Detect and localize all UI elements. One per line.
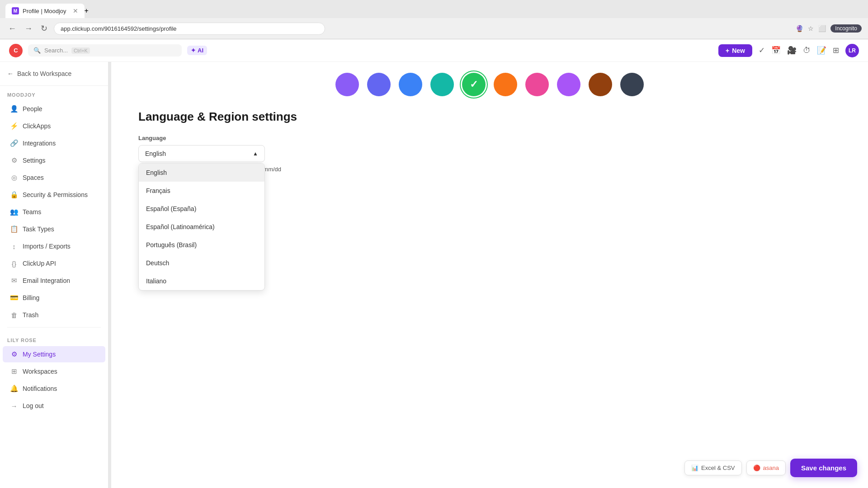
- back-nav-button[interactable]: ←: [6, 22, 18, 35]
- color-circle-purple[interactable]: [335, 73, 359, 96]
- search-bar[interactable]: 🔍 Search... Ctrl+K: [28, 44, 182, 56]
- color-circles: ✓: [138, 62, 841, 110]
- sidebar-item-spaces[interactable]: ◎ Spaces: [3, 169, 105, 186]
- bookmark-icon[interactable]: ☆: [808, 25, 814, 32]
- lang-option-italiano[interactable]: Italiano: [139, 272, 264, 290]
- sidebar-item-people[interactable]: 👤 People: [3, 101, 105, 117]
- ai-badge[interactable]: ✦ AI: [187, 46, 207, 55]
- sidebar-item-integrations[interactable]: 🔗 Integrations: [3, 135, 105, 151]
- user-section-label: LILY ROSE: [0, 331, 108, 346]
- integrations-icon: 🔗: [10, 139, 18, 147]
- language-select-box[interactable]: English ▲: [138, 145, 265, 162]
- plus-icon: +: [726, 47, 729, 54]
- back-arrow-icon: ←: [7, 70, 14, 77]
- sidebar-item-clickapps[interactable]: ⚡ ClickApps: [3, 118, 105, 134]
- main-content: ✓ Language & Region settings Language En…: [111, 62, 868, 488]
- app-body: ← Back to Workspace MOODJOY 👤 People ⚡ C…: [0, 62, 868, 488]
- clickapps-label: ClickApps: [23, 122, 51, 130]
- notifications-icon: 🔔: [10, 385, 18, 393]
- sidebar-item-workspaces[interactable]: ⊞ Workspaces: [3, 363, 105, 380]
- sidebar-item-trash[interactable]: 🗑 Trash: [3, 307, 105, 323]
- color-circle-green[interactable]: ✓: [462, 73, 486, 96]
- billing-label: Billing: [23, 294, 39, 301]
- color-circle-brown[interactable]: [589, 73, 612, 96]
- timer-icon[interactable]: ⏱: [803, 46, 811, 55]
- settings-icon: ⚙: [10, 156, 18, 164]
- search-icon: 🔍: [33, 47, 41, 54]
- lang-option-espanol-latam[interactable]: Español (Latinoamérica): [139, 218, 264, 236]
- color-circle-violet[interactable]: [557, 73, 580, 96]
- language-field-label: Language: [138, 135, 841, 141]
- grid-icon[interactable]: ⊞: [833, 46, 839, 55]
- new-button[interactable]: + New: [718, 44, 752, 57]
- asana-icon: 🔴: [753, 465, 760, 471]
- sidebar-item-billing[interactable]: 💳 Billing: [3, 290, 105, 306]
- my-settings-icon: ⚙: [10, 350, 18, 358]
- check-icon[interactable]: ✓: [759, 46, 765, 55]
- imports-icon: ↕: [10, 242, 18, 250]
- save-button-container: 📊 Excel & CSV 🔴 asana Save changes: [684, 459, 857, 477]
- address-input[interactable]: [54, 23, 325, 35]
- forward-nav-button[interactable]: →: [23, 22, 34, 35]
- people-label: People: [23, 105, 42, 113]
- address-actions: 🔮 ☆ ⬜ Incognito: [796, 24, 862, 33]
- sidebar-item-my-settings[interactable]: ⚙ My Settings: [3, 346, 105, 362]
- refresh-button[interactable]: ↻: [39, 22, 49, 35]
- lang-option-english[interactable]: English: [139, 164, 264, 182]
- task-types-icon: 📋: [10, 225, 18, 233]
- sidebar-item-imports[interactable]: ↕ Imports / Exports: [3, 238, 105, 254]
- new-tab-button[interactable]: +: [85, 7, 89, 15]
- sidebar-item-security[interactable]: 🔒 Security & Permissions: [3, 187, 105, 203]
- notepad-icon[interactable]: 📝: [817, 46, 826, 55]
- color-circle-indigo[interactable]: [367, 73, 391, 96]
- incognito-badge: Incognito: [830, 24, 862, 33]
- back-to-workspace[interactable]: ← Back to Workspace: [0, 62, 108, 86]
- language-region-section: Language & Region settings Language Engl…: [138, 110, 841, 173]
- lang-option-deutsch[interactable]: Deutsch: [139, 254, 264, 272]
- color-circle-pink[interactable]: [525, 73, 549, 96]
- billing-icon: 💳: [10, 294, 18, 302]
- spaces-icon: ◎: [10, 174, 18, 182]
- my-settings-label: My Settings: [23, 351, 56, 358]
- app-header: C 🔍 Search... Ctrl+K ✦ AI + New ✓ 📅 🎥 ⏱ …: [0, 39, 868, 62]
- workspace-section-label: MOODJOY: [0, 86, 108, 100]
- workspaces-label: Workspaces: [23, 368, 57, 375]
- task-types-label: Task Types: [23, 225, 54, 233]
- active-tab[interactable]: M Profile | Moodjoy ✕: [5, 4, 85, 18]
- sidebar-item-logout[interactable]: → Log out: [3, 398, 105, 414]
- browser-chrome: M Profile | Moodjoy ✕ + ← → ↻ 🔮 ☆ ⬜ Inco…: [0, 0, 868, 39]
- sidebar-item-api[interactable]: {} ClickUp API: [3, 255, 105, 272]
- extension-icon[interactable]: 🔮: [796, 25, 803, 32]
- save-changes-button[interactable]: Save changes: [790, 459, 857, 477]
- color-circle-blue[interactable]: [399, 73, 422, 96]
- email-icon: ✉: [10, 277, 18, 285]
- tab-favicon: M: [12, 7, 19, 14]
- tab-close-button[interactable]: ✕: [73, 7, 78, 14]
- video-icon[interactable]: 🎥: [787, 46, 797, 55]
- sidebar-item-email[interactable]: ✉ Email Integration: [3, 272, 105, 289]
- sidebar: ← Back to Workspace MOODJOY 👤 People ⚡ C…: [0, 62, 108, 488]
- api-icon: {}: [10, 259, 18, 267]
- calendar-icon[interactable]: 📅: [771, 46, 781, 55]
- sidebar-divider: [7, 327, 101, 328]
- asana-badge[interactable]: 🔴 asana: [746, 460, 786, 475]
- excel-csv-badge[interactable]: 📊 Excel & CSV: [684, 460, 741, 475]
- user-avatar[interactable]: LR: [845, 44, 859, 57]
- lang-option-francais[interactable]: Français: [139, 182, 264, 200]
- sidebar-item-settings[interactable]: ⚙ Settings: [3, 152, 105, 169]
- lang-option-portugues[interactable]: Português (Brasil): [139, 236, 264, 254]
- devices-icon[interactable]: ⬜: [818, 25, 826, 32]
- address-bar: ← → ↻ 🔮 ☆ ⬜ Incognito: [0, 18, 868, 39]
- logout-icon: →: [10, 402, 18, 410]
- color-circle-orange[interactable]: [494, 73, 517, 96]
- new-label: New: [732, 47, 745, 54]
- color-circle-teal[interactable]: [430, 73, 454, 96]
- lang-option-espanol-spain[interactable]: Español (España): [139, 200, 264, 218]
- sidebar-item-notifications[interactable]: 🔔 Notifications: [3, 380, 105, 397]
- sidebar-item-teams[interactable]: 👥 Teams: [3, 204, 105, 220]
- color-circle-dark[interactable]: [620, 73, 644, 96]
- people-icon: 👤: [10, 105, 18, 113]
- sidebar-item-task-types[interactable]: 📋 Task Types: [3, 221, 105, 237]
- integrations-label: Integrations: [23, 140, 56, 147]
- notifications-label: Notifications: [23, 385, 57, 392]
